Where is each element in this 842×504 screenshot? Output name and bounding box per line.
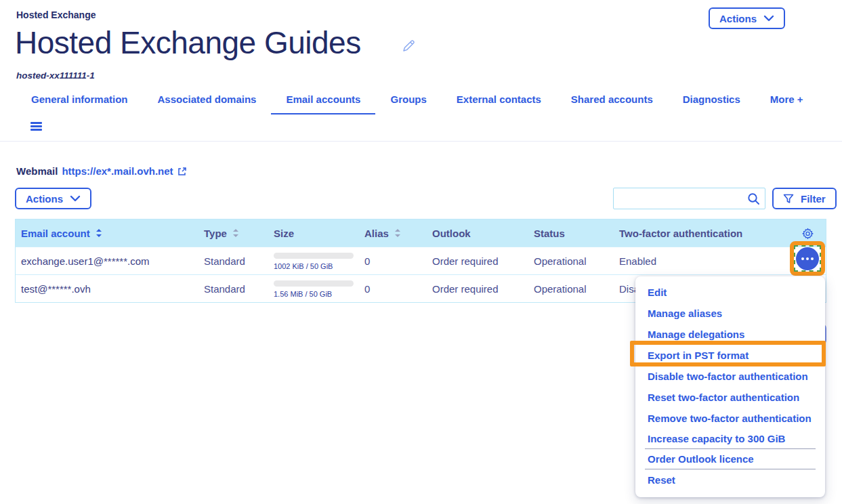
table-row[interactable]: exchange.user1@******.com Standard 1002 … [16,247,826,274]
menu-item-order-outlook[interactable]: Order Outlook licence [645,449,816,469]
cell-size: 1.56 MiB / 50 GiB [274,279,364,298]
menu-item-reset[interactable]: Reset [635,469,820,490]
tab-associated-domains[interactable]: Associated domains [143,88,272,114]
service-id: hosted-xx111111-1 [16,70,95,81]
sort-icon [232,228,239,238]
column-header-email-account[interactable]: Email account [16,228,204,239]
search-input[interactable] [614,188,744,209]
menu-item-disable-2fa[interactable]: Disable two-factor authentication [635,366,820,387]
external-link-icon[interactable] [177,167,187,176]
cell-type: Standard [204,255,274,267]
menu-item-remove-2fa[interactable]: Remove two-factor authentication [635,408,820,429]
pencil-icon[interactable] [400,38,417,54]
menu-item-reset-2fa[interactable]: Reset two-factor authentication [635,387,820,408]
sort-icon [394,228,401,238]
cell-alias: 0 [364,255,432,267]
sort-icon [96,228,102,238]
cell-email: test@******.ovh [16,283,204,295]
webmail-row: Webmail https://ex*.mail.ovh.net [16,165,187,177]
funnel-icon [783,194,794,204]
breadcrumb[interactable]: Hosted Exchange [16,9,96,20]
table-actions-button[interactable]: Actions [15,188,91,209]
tab-diagnostics[interactable]: Diagnostics [668,88,755,114]
page-actions-button[interactable]: Actions [709,7,785,29]
column-settings [788,228,826,239]
tab-groups[interactable]: Groups [375,88,441,114]
menu-item-edit[interactable]: Edit [635,282,820,303]
filter-label: Filter [801,193,826,205]
tab-bar: General information Associated domains E… [16,88,818,114]
page-actions-label: Actions [719,13,757,24]
cell-outlook: Order required [432,255,534,267]
cell-status: Operational [534,255,619,267]
gear-icon[interactable] [802,228,814,239]
cell-status: Operational [534,283,619,295]
column-header-outlook: Outlook [432,228,534,239]
hosted-exchange-page: Hosted Exchange Actions Hosted Exchange … [0,0,842,504]
column-header-size: Size [274,228,364,239]
cell-alias: 0 [364,283,432,295]
size-progress-bar [274,253,354,259]
cell-type: Standard [204,283,274,295]
tab-external-contacts[interactable]: External contacts [442,88,556,114]
row-actions-menu: Edit Manage aliases Manage delegations E… [635,276,825,497]
size-caption: 1.56 MiB / 50 GiB [274,290,364,298]
chevron-down-icon [763,15,774,22]
chevron-down-icon [70,195,81,202]
tab-shared-accounts[interactable]: Shared accounts [556,88,668,114]
cell-email: exchange.user1@******.com [16,255,204,267]
webmail-link[interactable]: https://ex*.mail.ovh.net [62,165,173,177]
page-title: Hosted Exchange Guides [15,24,361,61]
menu-item-increase-capacity[interactable]: Increase capacity to 300 GiB [645,429,816,449]
size-caption: 1002 KiB / 50 GiB [274,262,364,270]
column-header-type[interactable]: Type [204,228,274,239]
webmail-label: Webmail [16,165,58,177]
column-header-status: Status [534,228,619,239]
table-actions-label: Actions [26,193,63,205]
tab-general-information[interactable]: General information [16,88,143,114]
table-header-row: Email account Type Size Alias Outlook St… [16,219,826,247]
search-icon[interactable] [747,192,760,205]
cell-outlook: Order required [432,283,534,295]
menu-item-manage-aliases[interactable]: Manage aliases [635,303,820,324]
cell-size: 1002 KiB / 50 GiB [274,251,364,270]
size-progress-bar [274,280,354,287]
column-header-alias[interactable]: Alias [364,228,432,239]
ellipsis-icon[interactable] [796,247,819,270]
column-header-twofactor: Two-factor authentication [619,228,788,239]
section-divider [0,141,842,142]
annotation-highlight-export-pst [630,341,826,366]
search-box [613,188,765,209]
filter-button[interactable]: Filter [772,188,837,209]
tab-more[interactable]: More + [755,88,818,114]
tab-email-accounts[interactable]: Email accounts [271,88,375,114]
cell-twofactor: Enabled [619,255,788,267]
hamburger-icon[interactable] [30,122,42,131]
